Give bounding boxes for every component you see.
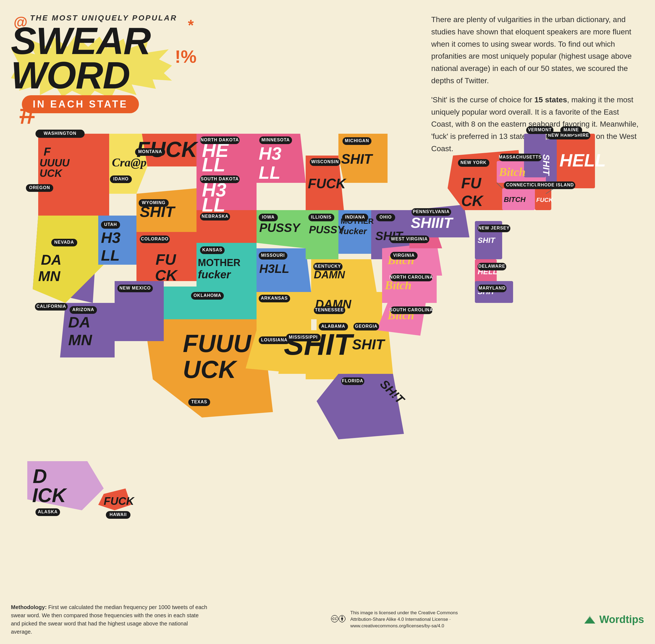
label-nc: NORTH CAROLINA: [389, 275, 433, 279]
label-ms: MISSISSIPPI: [289, 335, 318, 340]
word-sd-ll: LL: [202, 194, 225, 215]
label-vt: VERMONT: [528, 128, 552, 132]
label-colorado: COLORADO: [141, 236, 168, 241]
word-arizona-mn: MN: [68, 331, 92, 348]
word-washington: F: [44, 145, 51, 158]
label-wi: WISCONSIN: [311, 159, 339, 164]
label-in: INDIANA: [345, 215, 365, 220]
word-nevada-mn: MN: [38, 268, 61, 284]
label-ma: MASSACHUSETTS: [499, 155, 541, 159]
word-ky: DAMN: [314, 269, 345, 280]
word-mi-shit: SHIT: [341, 152, 374, 167]
word-hi: FUCK: [104, 495, 135, 507]
word-south-shit: SHIT: [284, 327, 354, 361]
word-ma: Bitch: [499, 165, 526, 179]
label-tn: TENNESSEE: [315, 307, 344, 312]
label-mi: MICHIGAN: [345, 138, 369, 143]
word-texas-fuuu: FUUU: [183, 330, 252, 357]
label-oregon: OREGON: [29, 185, 50, 190]
asterisk-decoration: *: [188, 16, 194, 34]
label-mo: MISSOURI: [261, 253, 285, 258]
label-washington: WASHINGTON: [44, 131, 76, 136]
map-container: F UUUU UCK FUCK Cra@p SHIT DA MN H3 LL F…: [11, 112, 644, 598]
word-washington3: UCK: [40, 167, 63, 179]
label-california: CALIFORNIA: [37, 304, 66, 308]
label-sd: SOUTH DAKOTA: [201, 177, 239, 181]
word-ny-fu: FU: [461, 175, 482, 191]
license-text: This image is licensed under the Creativ…: [351, 610, 459, 629]
label-ky: KENTUCKY: [315, 264, 341, 269]
word-mn-ll: LL: [259, 163, 280, 183]
wordtips-logo-icon: [583, 614, 596, 625]
word-arizona-da: DA: [68, 314, 90, 331]
label-ny: NEW YORK: [460, 160, 487, 165]
label-de: DELAWARE: [478, 264, 505, 269]
word-mn-h3: H3: [259, 143, 281, 163]
word-me: HELL: [560, 151, 606, 170]
word-nevada-da: DA: [41, 252, 62, 268]
word-pa: SHIIIT: [411, 214, 454, 231]
label-montana: MONTANA: [138, 149, 162, 154]
desc-p2-pre: 'Shit' is the curse of choice for: [431, 95, 534, 104]
state-oklahoma: [164, 286, 262, 319]
word-ri: FUCK: [536, 197, 554, 203]
description-paragraph-1: There are plenty of vulgarities in the u…: [431, 14, 639, 87]
label-al: ALABAMA: [321, 324, 345, 328]
label-ga: GEORGIA: [355, 324, 378, 328]
label-nd: NORTH DAKOTA: [201, 138, 239, 142]
word-iowa-pussy: PUSSY: [259, 221, 301, 234]
label-ne: NEBRASKA: [202, 214, 229, 218]
word-colorado-fu: FU: [156, 251, 176, 268]
footer: Methodology: First we calculated the med…: [11, 603, 644, 636]
label-ri: RHODE ISLAND: [537, 183, 574, 187]
label-il: ILLIONIS: [311, 215, 332, 220]
subtitle-banner: IN EACH STATE: [22, 95, 139, 113]
word-ct: BITCH: [504, 196, 526, 204]
label-ak: ALASKA: [38, 509, 58, 514]
wordtips-logo: Wordtips: [583, 614, 644, 625]
label-tx: TEXAS: [191, 399, 207, 404]
label-idaho: IDAHO: [113, 177, 129, 181]
label-wyoming: WYOMING: [142, 200, 166, 205]
label-mn: MINNESOTA: [262, 138, 290, 142]
label-sc: SOUTH CAROLINA: [390, 307, 433, 312]
label-wv: WEST VIRGINIA: [391, 236, 428, 241]
word-kansas-mother: MOTHER: [198, 257, 241, 268]
word-il: PUSSY: [309, 224, 345, 235]
word-nj: SHIT: [478, 236, 496, 245]
methodology-block: Methodology: First we calculated the med…: [11, 603, 207, 636]
header-title-block: @ The Most Uniquely Popular SWEAR WORD I…: [11, 11, 197, 117]
main-title: SWEAR WORD: [11, 24, 188, 92]
label-ar: ARKANSAS: [261, 296, 288, 300]
label-nevada: NEVADA: [54, 240, 74, 245]
label-oh: OHIO: [380, 215, 392, 220]
label-hi: HAWAII: [110, 512, 127, 517]
wordtips-brand: Wordtips: [599, 614, 644, 625]
word-idaho: Cra@p: [112, 156, 146, 169]
label-md: MARYLAND: [479, 286, 506, 290]
word-colorado-ck: CK: [155, 267, 178, 284]
word-nd-ll: LL: [202, 154, 225, 176]
word-texas-uck: UCK: [183, 356, 238, 383]
label-la: LOUISIANA: [261, 338, 288, 342]
word-kansas-fucker: fucker: [198, 269, 231, 280]
word-utah-ll: LL: [101, 247, 119, 264]
label-pa: PENNSYLVANIA: [413, 209, 450, 214]
label-newmexico: NEW MEXICO: [119, 286, 151, 290]
desc-p2-bold: 15 states: [534, 95, 567, 104]
label-ok: OKLAHOMA: [194, 293, 221, 298]
word-ga: SHIT: [352, 337, 386, 352]
label-arizona: ARIZONA: [72, 307, 94, 312]
label-nj: NEW JERSEY: [478, 226, 510, 230]
label-ia: IOWA: [262, 215, 275, 220]
svg-marker-1: [584, 617, 595, 623]
label-ks: KANSAS: [202, 248, 222, 252]
word-ny-ck: CK: [461, 192, 484, 209]
us-map-svg: F UUUU UCK FUCK Cra@p SHIT DA MN H3 LL F…: [11, 112, 644, 598]
label-ct: CONNECTICUT: [506, 183, 541, 187]
word-ak-ick: ICK: [32, 484, 67, 506]
word-ak-d: D: [33, 465, 47, 487]
methodology-label: Methodology:: [11, 604, 47, 610]
word-vt-nh: SHIT: [541, 154, 551, 176]
main-container: @ The Most Uniquely Popular SWEAR WORD I…: [0, 0, 655, 644]
